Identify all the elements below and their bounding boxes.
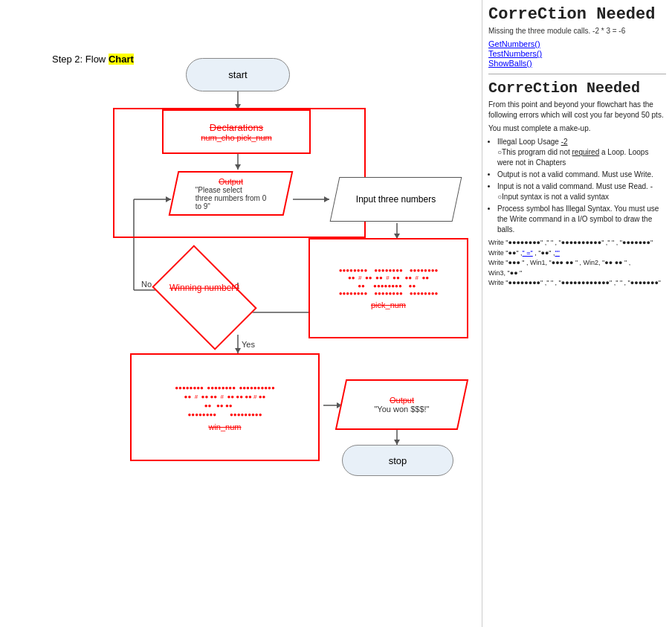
link-getnumbers[interactable]: GetNumbers(): [488, 39, 666, 48]
svg-marker-17: [235, 348, 241, 353]
svg-marker-21: [394, 440, 400, 445]
output2-label: Output: [390, 396, 414, 405]
start-label: start: [228, 69, 247, 80]
bullet-4: Process symbol has Illegal Syntax. You m…: [497, 204, 666, 235]
bottom-left-box: ●●●●●●●● ●●●●●●●● ●●●●●●●●●● ●● # ●● ●● …: [130, 353, 320, 461]
correction2-block: CorreCtion Needed From this point and be…: [488, 80, 666, 289]
step-label: Step 2: Flow: [52, 54, 109, 65]
output2-text: "You won $$$!": [374, 405, 429, 414]
link-showballs[interactable]: ShowBalls(): [488, 59, 666, 68]
divider: [488, 74, 666, 74]
stop-shape: stop: [342, 445, 453, 476]
bullet-2: Output is not a valid command. Must use …: [497, 170, 666, 180]
chart-highlight: Chart: [109, 54, 134, 65]
pick-num-label: pick_num: [371, 300, 406, 309]
input-label: Input three numbers: [356, 194, 436, 205]
flowchart-panel: Step 2: Flow Chart No Yes: [0, 0, 482, 627]
output-label: Output: [219, 177, 243, 186]
declarations-label: Declarations: [201, 122, 271, 133]
write-3: Write "●●● " , Win1, "●●● ●● " , Win2, "…: [488, 258, 666, 269]
writes-section: Write "●●●●●●●●" ," " , "●●●●●●●●●●" ," …: [488, 238, 666, 289]
write-2: Write "●●" ," =" , "●●" ,"": [488, 248, 666, 259]
decision-shape: Winning number?: [138, 260, 271, 342]
correction-panel: CorreCtion Needed Missing the three modu…: [482, 0, 672, 627]
output-shape: Output "Please selectthree numbers from …: [173, 171, 288, 216]
decision-label: Winning number?: [169, 283, 239, 293]
correction1-title: CorreCtion Needed: [488, 6, 666, 24]
correction2-makeup: You must complete a make-up.: [488, 123, 666, 134]
bullet-1: Illegal Loop Usage -2 ○This program did …: [497, 137, 666, 168]
step-header: Step 2: Flow Chart: [52, 54, 134, 65]
win-num-label: win_num: [208, 422, 241, 431]
correction1-subtitle: Missing the three module calls. -2 * 3 =…: [488, 27, 666, 35]
correction2-bullets: Illegal Loop Usage -2 ○This program did …: [497, 137, 666, 235]
correction2-title: CorreCtion Needed: [488, 80, 666, 97]
output2-shape: Output "You won $$$!": [340, 379, 463, 430]
link-testnumbers[interactable]: TestNumbers(): [488, 49, 666, 58]
declarations-vars: num_cho pick_num: [201, 133, 271, 142]
redbox-middle: ●●●●●●●● ●●●●●●●● ●●●●●●●● ●● # ●● ●● # …: [308, 238, 468, 338]
correction2-body: From this point and beyond your flowchar…: [488, 100, 666, 289]
correction2-intro: From this point and beyond your flowchar…: [488, 100, 666, 120]
stop-label: stop: [389, 455, 407, 466]
output-text: "Please selectthree numbers from 0to 9": [196, 186, 267, 210]
bullet-3: Input is not a valid command. Must use R…: [497, 181, 666, 202]
correction1-block: CorreCtion Needed Missing the three modu…: [488, 6, 666, 68]
start-shape: start: [186, 58, 290, 91]
input-shape: Input three numbers: [335, 177, 457, 222]
write-1: Write "●●●●●●●●" ," " , "●●●●●●●●●●" ," …: [488, 238, 666, 248]
declarations-box: Declarations num_cho pick_num: [162, 109, 311, 154]
write-4: Win3, "●● ": [488, 269, 666, 279]
write-5: Write "●●●●●●●●" ," " , "●●●●●●●●●●●●" ,…: [488, 278, 666, 289]
